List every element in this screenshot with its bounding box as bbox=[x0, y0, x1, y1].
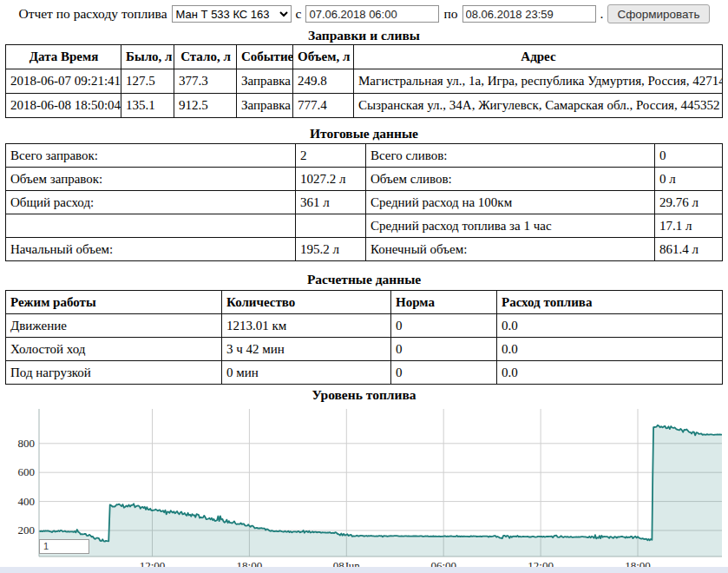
col-became: Стало, л bbox=[174, 45, 237, 69]
cell-fuel-usage: 0.0 bbox=[497, 361, 723, 385]
total-label: Объем заправок: bbox=[6, 168, 296, 191]
vehicle-select[interactable]: Ман Т 533 КС 163 bbox=[172, 5, 292, 23]
cell-volume: 777.4 bbox=[293, 94, 354, 118]
col-was: Было, л bbox=[121, 45, 174, 69]
cell-fuel-usage: 0.0 bbox=[497, 314, 723, 338]
total-value: 2 bbox=[296, 144, 366, 168]
report-toolbar: Отчет по расходу топлива Ман Т 533 КС 16… bbox=[0, 0, 728, 24]
fuel-level-chart[interactable]: 20040060080012:0018:0008Jun06:0012:0018:… bbox=[0, 402, 728, 573]
from-label: с bbox=[296, 6, 302, 22]
bottom-scroll-strip bbox=[0, 567, 728, 573]
cell-mode: Движение bbox=[6, 314, 222, 338]
table-row: 2018-06-07 09:21:41 127.5 377.3 Заправка… bbox=[6, 69, 723, 94]
cell-datetime: 2018-06-07 09:21:41 bbox=[6, 69, 121, 94]
cell-norm: 0 bbox=[391, 314, 497, 338]
col-event: Событие bbox=[237, 45, 293, 69]
refuels-table: Дата Время Было, л Стало, л Событие Объе… bbox=[5, 44, 723, 118]
cell-address: Магистральная ул., 1а, Игра, республика … bbox=[354, 69, 723, 94]
table-row: Начальный объем: 195.2 л Конечный объем:… bbox=[6, 238, 723, 261]
svg-text:400: 400 bbox=[18, 495, 36, 508]
svg-text:200: 200 bbox=[18, 524, 36, 537]
from-datetime-input[interactable] bbox=[305, 5, 439, 23]
total-value: 361 л bbox=[296, 191, 366, 214]
col-volume: Объем, л bbox=[293, 45, 354, 69]
cell-mode: Холостой ход bbox=[6, 338, 222, 361]
cell-event: Заправка bbox=[237, 69, 293, 94]
totals-section-title: Итоговые данные bbox=[0, 127, 728, 140]
cell-quantity: 1213.01 км bbox=[222, 314, 391, 338]
col-norm: Норма bbox=[391, 291, 497, 314]
cell-datetime: 2018-06-08 18:50:04 bbox=[6, 94, 121, 118]
calc-table: Режим работы Количество Норма Расход топ… bbox=[5, 290, 723, 385]
col-fuel-usage: Расход топлива bbox=[497, 291, 723, 314]
calc-section-title: Расчетные данные bbox=[0, 273, 728, 286]
table-row: Движение 1213.01 км 0 0.0 bbox=[6, 314, 723, 338]
total-label: Начальный объем: bbox=[6, 238, 296, 261]
table-row: Объем заправок: 1027.2 л Объем сливов: 0… bbox=[6, 168, 723, 191]
total-value: 0 л bbox=[655, 168, 723, 191]
total-value: 29.76 л bbox=[655, 191, 723, 214]
totals-table: Всего заправок: 2 Всего сливов: 0 Объем … bbox=[5, 143, 723, 261]
total-label: Всего заправок: bbox=[6, 144, 296, 168]
total-label: Средний расход на 100км bbox=[366, 191, 655, 214]
to-label: по bbox=[443, 6, 457, 22]
total-value: 195.2 л bbox=[296, 238, 366, 261]
table-row: 2018-06-08 18:50:04 135.1 912.5 Заправка… bbox=[6, 94, 723, 118]
total-value bbox=[296, 214, 366, 238]
total-label bbox=[6, 214, 296, 238]
cell-became: 912.5 bbox=[174, 94, 237, 118]
svg-text:600: 600 bbox=[18, 465, 36, 478]
generate-report-button[interactable]: Сформировать bbox=[607, 4, 709, 23]
total-label: Объем сливов: bbox=[366, 168, 655, 191]
total-label: Средний расход топлива за 1 час bbox=[366, 214, 655, 238]
cell-quantity: 3 ч 42 мин bbox=[222, 338, 391, 361]
total-value: 1027.2 л bbox=[296, 168, 366, 191]
report-title: Отчет по расходу топлива bbox=[18, 6, 167, 22]
cell-norm: 0 bbox=[391, 361, 497, 385]
chart-zoom-level-box[interactable]: 1 bbox=[39, 539, 89, 554]
table-row: Под нагрузкой 0 мин 0 0.0 bbox=[6, 361, 723, 385]
table-row: Всего заправок: 2 Всего сливов: 0 bbox=[6, 144, 723, 168]
refuels-section-title: Заправки и сливы bbox=[0, 29, 728, 42]
cell-event: Заправка bbox=[237, 94, 293, 118]
total-label: Всего сливов: bbox=[366, 144, 655, 168]
col-mode: Режим работы bbox=[6, 291, 222, 314]
col-address: Адрес bbox=[354, 45, 723, 69]
svg-text:800: 800 bbox=[18, 437, 36, 450]
y-axis-tick-labels: 200400600800 bbox=[18, 437, 36, 537]
cell-was: 127.5 bbox=[121, 69, 174, 94]
chart-title: Уровень топлива bbox=[0, 388, 728, 401]
cell-quantity: 0 мин bbox=[222, 361, 391, 385]
cell-address: Сызранская ул., 34А, Жигулевск, Самарска… bbox=[354, 94, 723, 118]
total-value: 0 bbox=[655, 144, 723, 168]
total-label: Общий расход: bbox=[6, 191, 296, 214]
fuel-report-page: Отчет по расходу топлива Ман Т 533 КС 16… bbox=[0, 0, 728, 573]
total-label: Конечный объем: bbox=[366, 238, 655, 261]
dot-separator: . bbox=[600, 6, 604, 22]
to-datetime-input[interactable] bbox=[462, 5, 596, 23]
table-row: Средний расход топлива за 1 час 17.1 л bbox=[6, 214, 723, 238]
col-datetime: Дата Время bbox=[6, 45, 121, 69]
cell-norm: 0 bbox=[391, 338, 497, 361]
cell-fuel-usage: 0.0 bbox=[497, 338, 723, 361]
col-quantity: Количество bbox=[222, 291, 391, 314]
total-value: 861.4 л bbox=[655, 238, 723, 261]
table-row: Общий расход: 361 л Средний расход на 10… bbox=[6, 191, 723, 214]
refuels-header-row: Дата Время Было, л Стало, л Событие Объе… bbox=[6, 45, 723, 69]
cell-mode: Под нагрузкой bbox=[6, 361, 222, 385]
cell-became: 377.3 bbox=[174, 69, 237, 94]
total-value: 17.1 л bbox=[655, 214, 723, 238]
cell-was: 135.1 bbox=[121, 94, 174, 118]
table-row: Холостой ход 3 ч 42 мин 0 0.0 bbox=[6, 338, 723, 361]
fuel-level-chart-section: Уровень топлива 20040060080012:0018:0008… bbox=[0, 388, 728, 573]
cell-volume: 249.8 bbox=[293, 69, 354, 94]
calc-header-row: Режим работы Количество Норма Расход топ… bbox=[6, 291, 723, 314]
